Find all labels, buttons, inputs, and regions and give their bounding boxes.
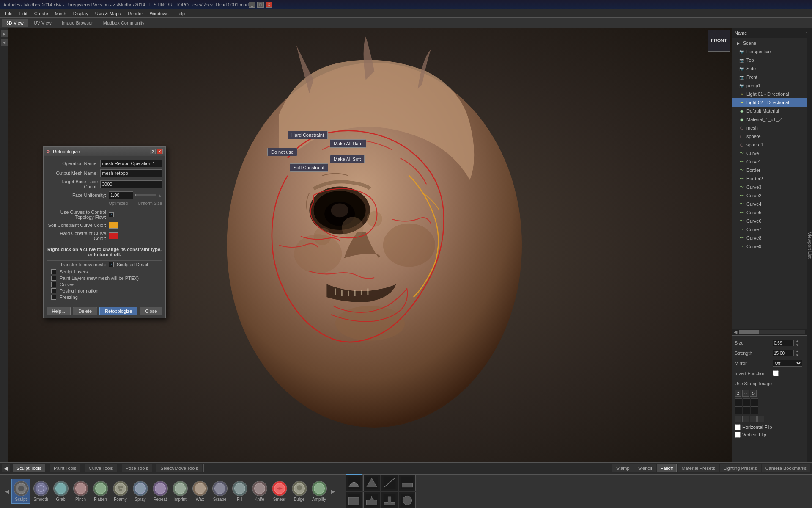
left-icon-1[interactable]: ▶ — [1, 30, 8, 37]
close-button[interactable]: ✕ — [266, 2, 272, 8]
scene-item-perspective[interactable]: 📷 Perspective — [732, 47, 812, 56]
tool-tab-sculpt[interactable]: Sculpt Tools — [13, 464, 45, 472]
uniformity-track[interactable] — [135, 194, 156, 196]
scene-item-light02[interactable]: ☀ Light 02 - Directional — [732, 98, 812, 107]
scene-item-curve6[interactable]: 〜 Curve6 — [732, 217, 812, 225]
scene-item-curve1[interactable]: 〜 Curve1 — [732, 157, 812, 166]
sculpt-tool-knife[interactable]: Knife — [250, 479, 269, 504]
menu-render[interactable]: Render — [124, 10, 146, 17]
scene-item-curve4[interactable]: 〜 Curve4 — [732, 200, 812, 208]
sculpt-tool-grab[interactable]: Grab — [51, 479, 70, 504]
retopo-close-button[interactable]: Close — [140, 307, 162, 315]
scene-item-curve8[interactable]: 〜 Curve8 — [732, 234, 812, 242]
retopo-help-button[interactable]: Help... — [47, 307, 71, 315]
bottom-tab-stamp[interactable]: Stamp — [612, 464, 634, 472]
retopo-help-btn[interactable]: ? — [150, 149, 156, 154]
scene-item-sphere1[interactable]: ⬡ sphere1 — [732, 141, 812, 149]
scene-item-top[interactable]: 📷 Top — [732, 56, 812, 64]
scroll-track[interactable] — [739, 330, 805, 334]
stamp-anchor[interactable] — [750, 416, 757, 422]
flip-v-btn[interactable] — [742, 416, 749, 422]
hflip-checkbox[interactable] — [735, 424, 741, 430]
stamp-cell4[interactable] — [735, 406, 742, 414]
vflip-checkbox[interactable] — [735, 432, 741, 438]
sculpt-tool-smooth[interactable]: Smooth — [31, 479, 50, 504]
stamp-cell6[interactable] — [751, 406, 758, 414]
tab-3dview[interactable]: 3D View — [2, 19, 28, 27]
sculpt-tool-foamy[interactable]: Foamy — [111, 479, 130, 504]
navigation-cube[interactable]: FRONT — [708, 30, 730, 52]
sculpt-tool-fill[interactable]: Fill — [230, 479, 249, 504]
paint-layers-checkbox[interactable] — [51, 276, 56, 281]
retopo-output-input[interactable] — [100, 169, 162, 177]
tool-tab-paint[interactable]: Paint Tools — [50, 464, 80, 472]
menu-help[interactable]: Help — [172, 10, 189, 17]
stamp-cell1[interactable] — [735, 398, 742, 406]
retopo-opname-input[interactable] — [100, 160, 162, 167]
scene-item-persp1[interactable]: 📷 persp1 — [732, 81, 812, 90]
size-up[interactable]: ▲ — [796, 339, 799, 343]
retopo-facecount-input[interactable] — [100, 180, 162, 188]
sculpt-tool-sculpt[interactable]: Sculpt — [11, 479, 30, 504]
scene-item-default-material[interactable]: ◉ Default Material — [732, 107, 812, 115]
scroll-thumb[interactable] — [739, 330, 759, 334]
tab-uvview[interactable]: UV View — [29, 19, 56, 27]
sculpt-tool-pinch[interactable]: Pinch — [71, 479, 90, 504]
sculpt-tool-imprint[interactable]: Imprint — [170, 479, 189, 504]
strength-up[interactable]: ▲ — [796, 349, 799, 353]
tooltip-make-all-hard[interactable]: Make All Hard — [330, 139, 366, 148]
stamp-rotate-right[interactable]: ↻ — [750, 390, 757, 397]
freezing-checkbox[interactable] — [51, 295, 56, 300]
retopo-close-icon[interactable]: ✕ — [157, 149, 163, 154]
menu-file[interactable]: File — [2, 10, 16, 17]
falloff-box1[interactable] — [346, 492, 362, 508]
hard-constraint-color[interactable] — [109, 232, 118, 239]
sculpt-tool-scrape[interactable]: Scrape — [210, 479, 229, 504]
scene-item-curve3[interactable]: 〜 Curve3 — [732, 183, 812, 191]
tab-imagebrowser[interactable]: Image Browser — [57, 19, 98, 27]
invert-checkbox[interactable] — [773, 370, 779, 376]
scene-item-front[interactable]: 📷 Front — [732, 73, 812, 81]
scene-item-mesh[interactable]: ⬡ mesh — [732, 124, 812, 132]
falloff-box3[interactable] — [381, 492, 398, 508]
tooltip-soft-constraint[interactable]: Soft Constraint — [290, 163, 328, 172]
tooltip-do-not-use[interactable]: Do not use — [267, 148, 297, 156]
sculpt-tool-spray[interactable]: Spray — [131, 479, 150, 504]
falloff-flat[interactable] — [399, 474, 416, 491]
sculpt-tool-amplify[interactable]: Amplify — [310, 479, 329, 504]
falloff-linear[interactable] — [381, 474, 398, 491]
scene-list[interactable]: ▶ Scene 📷 Perspective 📷 Top 📷 Side 📷 Fro… — [732, 38, 812, 329]
menu-uvs[interactable]: UVs & Maps — [92, 10, 124, 17]
tool-tab-curve[interactable]: Curve Tools — [85, 464, 117, 472]
retopo-uniformity-input[interactable] — [109, 191, 133, 199]
retopo-curves-checkbox[interactable] — [109, 212, 114, 217]
scene-item-material1[interactable]: ◉ Material_1_u1_v1 — [732, 115, 812, 124]
tool-tab-pose[interactable]: Pose Tools — [122, 464, 152, 472]
strength-input[interactable] — [773, 350, 794, 356]
viewport-list-handle[interactable]: Viewport List — [807, 28, 812, 462]
scene-item-border2[interactable]: 〜 Border2 — [732, 174, 812, 183]
mirror-dropdown[interactable]: Off X Y Z — [773, 360, 802, 367]
size-down[interactable]: ▼ — [796, 343, 799, 347]
sculpt-tool-smear[interactable]: Smear — [270, 479, 289, 504]
left-icon-2[interactable]: ◀ — [1, 39, 8, 46]
stamp-reset[interactable] — [757, 416, 764, 422]
bottom-tab-falloff[interactable]: Falloff — [657, 464, 677, 472]
scene-item-curve[interactable]: 〜 Curve — [732, 149, 812, 157]
menu-create[interactable]: Create — [31, 10, 52, 17]
bottom-tab-camera[interactable]: Camera Bookmarks — [762, 464, 810, 472]
retopo-delete-button[interactable]: Delete — [73, 307, 97, 315]
sculpt-tool-bulge[interactable]: Bulge — [290, 479, 309, 504]
sculpt-scroll-right[interactable]: ▶ — [329, 489, 337, 494]
flip-h-btn[interactable] — [735, 416, 741, 422]
tooltip-make-all-soft[interactable]: Make All Soft — [330, 155, 365, 163]
sculpt-tool-repeat[interactable]: Repeat — [151, 479, 170, 504]
scroll-left-btn[interactable]: ◀ — [732, 329, 739, 335]
scene-item-curve9[interactable]: 〜 Curve9 — [732, 242, 812, 251]
retopo-retopologize-button[interactable]: Retopologize — [99, 307, 137, 315]
toolbar-arrow-left[interactable]: ◀ — [2, 464, 10, 472]
menu-windows[interactable]: Windows — [146, 10, 172, 17]
minimize-button[interactable]: _ — [249, 2, 255, 8]
scene-item-side[interactable]: 📷 Side — [732, 64, 812, 73]
bottom-tab-stencil[interactable]: Stencil — [634, 464, 656, 472]
